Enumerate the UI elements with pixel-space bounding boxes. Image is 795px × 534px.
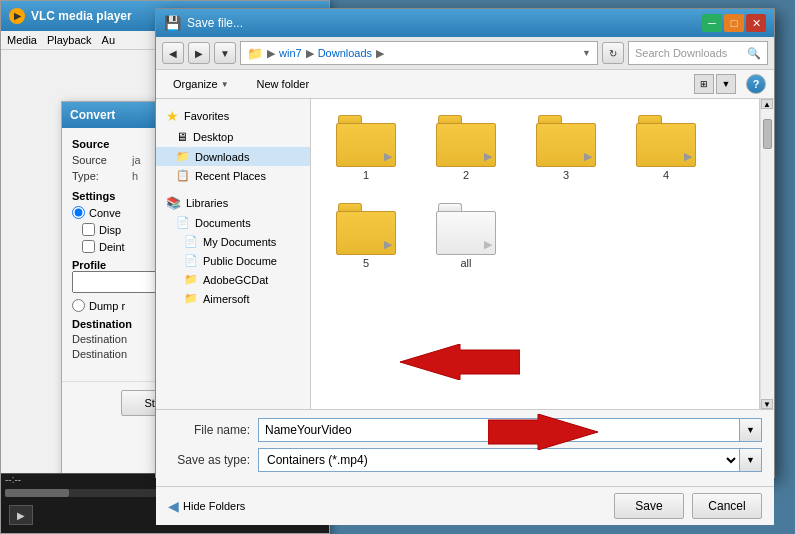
save-as-type-select[interactable]: Containers (*.mp4) bbox=[258, 448, 740, 472]
view-controls: ⊞ ▼ bbox=[694, 74, 736, 94]
search-box[interactable]: Search Downloads 🔍 bbox=[628, 41, 768, 65]
my-documents-label: My Documents bbox=[203, 236, 276, 248]
vlc-menu-media[interactable]: Media bbox=[7, 34, 37, 46]
desktop-icon: 🖥 bbox=[176, 130, 188, 144]
adobegc-label: AdobeGCDat bbox=[203, 274, 268, 286]
aimersoft-label: Aimersoft bbox=[203, 293, 249, 305]
dest-label3: Destination bbox=[72, 348, 127, 360]
convert-radio-label: Conve bbox=[89, 207, 121, 219]
folder-item-all[interactable]: ▶ all bbox=[421, 197, 511, 275]
dump-label: Dump r bbox=[89, 300, 125, 312]
address-bar: ◀ ▶ ▼ 📁 ▶ win7 ▶ Downloads ▶ ▼ ↻ Search … bbox=[156, 37, 774, 70]
sidebar-item-downloads[interactable]: 📁 Downloads bbox=[156, 147, 310, 166]
recent-label: Recent Places bbox=[195, 170, 266, 182]
folder-label-5: 5 bbox=[363, 257, 369, 269]
path-downloads[interactable]: Downloads bbox=[318, 47, 372, 59]
type-label: Type: bbox=[72, 170, 132, 182]
vlc-menu-audio[interactable]: Au bbox=[102, 34, 115, 46]
convert-title: Convert bbox=[70, 108, 115, 122]
sidebar-item-recent[interactable]: 📋 Recent Places bbox=[156, 166, 310, 185]
source-field-label: Source bbox=[72, 154, 132, 166]
search-placeholder: Search Downloads bbox=[635, 47, 727, 59]
documents-label: Documents bbox=[195, 217, 251, 229]
view-mode-button[interactable]: ⊞ bbox=[694, 74, 714, 94]
sidebar-item-adobegc[interactable]: 📁 AdobeGCDat bbox=[156, 270, 310, 289]
address-path[interactable]: 📁 ▶ win7 ▶ Downloads ▶ ▼ bbox=[240, 41, 598, 65]
libraries-icon: 📚 bbox=[166, 196, 181, 210]
folder-icon-path: 📁 bbox=[247, 46, 263, 61]
sidebar-item-favorites[interactable]: ★ Favorites bbox=[156, 105, 310, 127]
minimize-button[interactable]: ─ bbox=[702, 14, 722, 32]
forward-button[interactable]: ▶ bbox=[188, 42, 210, 64]
folder-item-3[interactable]: ▶ 3 bbox=[521, 109, 611, 187]
save-type-dropdown-btn[interactable]: ▼ bbox=[740, 448, 762, 472]
documents-icon: 📄 bbox=[176, 216, 190, 229]
maximize-button[interactable]: □ bbox=[724, 14, 744, 32]
sidebar-item-aimersoft[interactable]: 📁 Aimersoft bbox=[156, 289, 310, 308]
disp-label: Disp bbox=[99, 224, 121, 236]
sidebar-item-desktop[interactable]: 🖥 Desktop bbox=[156, 127, 310, 147]
view-dropdown-button[interactable]: ▼ bbox=[716, 74, 736, 94]
disp-checkbox[interactable] bbox=[82, 223, 95, 236]
help-button[interactable]: ? bbox=[746, 74, 766, 94]
hide-folders-arrow-icon: ◀ bbox=[168, 498, 179, 514]
folder-item-1[interactable]: ▶ 1 bbox=[321, 109, 411, 187]
deint-checkbox[interactable] bbox=[82, 240, 95, 253]
file-sidebar: ★ Favorites 🖥 Desktop 📁 Downloads 📋 Rece… bbox=[156, 99, 311, 409]
folder-label-all: all bbox=[460, 257, 471, 269]
favorites-label: Favorites bbox=[184, 110, 229, 122]
dump-radio[interactable] bbox=[72, 299, 85, 312]
path-dropdown-arrow[interactable]: ▼ bbox=[582, 48, 591, 58]
folder-item-4[interactable]: ▶ 4 bbox=[621, 109, 711, 187]
search-icon[interactable]: 🔍 bbox=[747, 47, 761, 60]
favorites-icon: ★ bbox=[166, 108, 179, 124]
sidebar-item-documents[interactable]: 📄 Documents bbox=[156, 213, 310, 232]
save-titlebar: 💾 Save file... ─ □ ✕ bbox=[156, 9, 774, 37]
downloads-folder-icon: 📁 bbox=[176, 150, 190, 163]
annotation-arrow-left bbox=[400, 344, 520, 380]
recent-locations-button[interactable]: ▼ bbox=[214, 42, 236, 64]
play-button[interactable]: ▶ bbox=[9, 505, 33, 525]
organize-button[interactable]: Organize ▼ bbox=[164, 75, 238, 93]
aimersoft-icon: 📁 bbox=[184, 292, 198, 305]
adobegc-icon: 📁 bbox=[184, 273, 198, 286]
cancel-button[interactable]: Cancel bbox=[692, 493, 762, 519]
deint-label: Deint bbox=[99, 241, 125, 253]
dest-label2: Destination bbox=[72, 333, 127, 345]
file-name-label: File name: bbox=[168, 423, 258, 437]
profile-label: Profile bbox=[72, 259, 106, 271]
sidebar-item-my-documents[interactable]: 📄 My Documents bbox=[156, 232, 310, 251]
convert-radio[interactable] bbox=[72, 206, 85, 219]
file-toolbar: Organize ▼ New folder ⊞ ▼ ? bbox=[156, 70, 774, 99]
save-button[interactable]: Save bbox=[614, 493, 684, 519]
folder-item-2[interactable]: ▶ 2 bbox=[421, 109, 511, 187]
vlc-menu-playback[interactable]: Playback bbox=[47, 34, 92, 46]
public-documents-label: Public Docume bbox=[203, 255, 277, 267]
refresh-button[interactable]: ↻ bbox=[602, 42, 624, 64]
folder-label-1: 1 bbox=[363, 169, 369, 181]
save-dialog-title: Save file... bbox=[187, 16, 243, 30]
close-button[interactable]: ✕ bbox=[746, 14, 766, 32]
save-dialog-icon: 💾 bbox=[164, 15, 181, 31]
organize-dropdown-arrow: ▼ bbox=[221, 80, 229, 89]
file-bottom: File name: ▼ Save as type: Containers (*… bbox=[156, 409, 774, 486]
path-win7[interactable]: win7 bbox=[279, 47, 302, 59]
folder-item-5[interactable]: ▶ 5 bbox=[321, 197, 411, 275]
grid-scrollbar[interactable]: ▲ ▼ bbox=[760, 99, 774, 409]
desktop-label: Desktop bbox=[193, 131, 233, 143]
back-button[interactable]: ◀ bbox=[162, 42, 184, 64]
hide-folders-button[interactable]: ◀ Hide Folders bbox=[168, 498, 245, 514]
sidebar-item-public-documents[interactable]: 📄 Public Docume bbox=[156, 251, 310, 270]
folder-label-3: 3 bbox=[563, 169, 569, 181]
file-name-dropdown-btn[interactable]: ▼ bbox=[740, 418, 762, 442]
hide-folders-label: Hide Folders bbox=[183, 500, 245, 512]
vlc-title: VLC media player bbox=[31, 9, 132, 23]
recent-icon: 📋 bbox=[176, 169, 190, 182]
sidebar-item-libraries[interactable]: 📚 Libraries bbox=[156, 193, 310, 213]
save-as-type-label: Save as type: bbox=[168, 453, 258, 467]
new-folder-button[interactable]: New folder bbox=[248, 75, 319, 93]
downloads-label: Downloads bbox=[195, 151, 249, 163]
svg-marker-1 bbox=[400, 344, 520, 380]
action-row: ◀ Hide Folders Save Cancel bbox=[156, 486, 774, 525]
svg-marker-3 bbox=[488, 414, 598, 450]
